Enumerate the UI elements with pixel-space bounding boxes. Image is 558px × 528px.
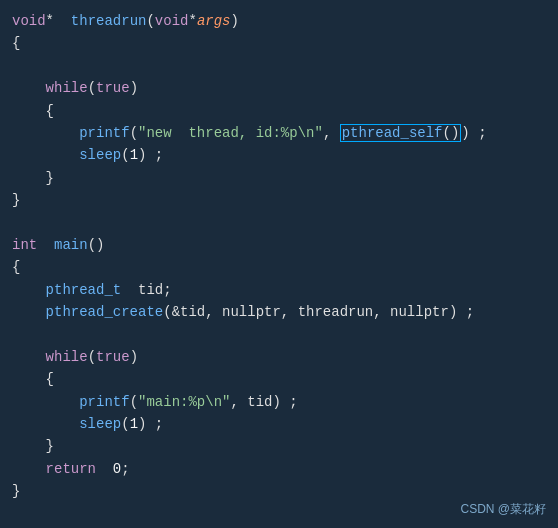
code-line-5: { <box>12 100 546 122</box>
code-line-20: } <box>12 435 546 457</box>
code-line-11: int main() <box>12 234 546 256</box>
code-line-17: { <box>12 368 546 390</box>
code-line-9: } <box>12 189 546 211</box>
code-line-8: } <box>12 167 546 189</box>
code-line-empty-2 <box>12 212 546 234</box>
code-editor: void* threadrun(void*args) { while(true)… <box>0 0 558 528</box>
code-line-7: sleep(1) ; <box>12 144 546 166</box>
code-line-1: void* threadrun(void*args) <box>12 10 546 32</box>
code-line-6: printf("new thread, id:%p\n", pthread_se… <box>12 122 546 144</box>
code-line-2: { <box>12 32 546 54</box>
code-line-12: { <box>12 256 546 278</box>
watermark: CSDN @菜花籽 <box>460 501 546 518</box>
code-line-18: printf("main:%p\n", tid) ; <box>12 391 546 413</box>
code-line-empty-3 <box>12 323 546 345</box>
code-line-19: sleep(1) ; <box>12 413 546 435</box>
code-line-22: } <box>12 480 546 502</box>
code-line-empty-1 <box>12 55 546 77</box>
code-line-16: while(true) <box>12 346 546 368</box>
code-line-13: pthread_t tid; <box>12 279 546 301</box>
code-line-4: while(true) <box>12 77 546 99</box>
code-line-14: pthread_create(&tid, nullptr, threadrun,… <box>12 301 546 323</box>
code-line-21: return 0; <box>12 458 546 480</box>
